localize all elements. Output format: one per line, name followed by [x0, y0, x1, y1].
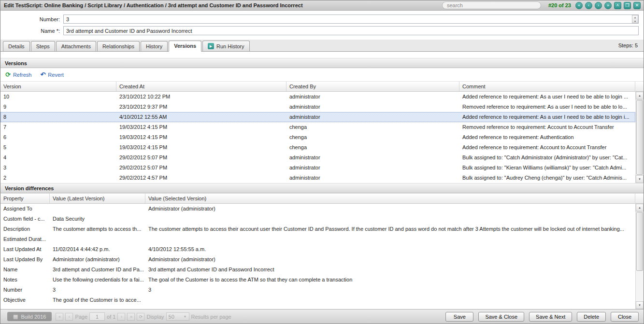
revert-button[interactable]: ↶ Revert	[40, 71, 63, 78]
form-area: Number: ▲ ▼ Name *:	[0, 11, 644, 40]
cell-property: Number	[0, 285, 50, 295]
column-header-property[interactable]: Property	[0, 194, 50, 203]
refresh-button[interactable]: ⟳ Refresh	[5, 71, 31, 78]
column-header-version[interactable]: Version	[0, 82, 116, 91]
version-row[interactable]: 2 29/02/2012 4:57 PM administrator Bulk …	[0, 173, 635, 183]
diff-row-last-updated-at[interactable]: Last Updated At 11/02/2014 4:44:42 p.m. …	[0, 244, 635, 254]
edit-testscript-window: Edit TestScript: Online Banking / Script…	[0, 0, 644, 324]
version-row[interactable]: 3 29/02/2012 5:07 PM administrator Bulk …	[0, 163, 635, 173]
cell-property: Notes	[0, 275, 50, 285]
restore-button[interactable]: ❐	[624, 2, 631, 9]
tab-versions[interactable]: Versions	[169, 41, 201, 52]
version-row[interactable]: 9 23/10/2012 9:37 PM administrator Remov…	[0, 102, 635, 112]
scroll-down-icon[interactable]: ▼	[636, 175, 644, 183]
build-badge: ▦ Build 2016	[7, 312, 52, 321]
cell-selected	[145, 214, 635, 224]
scroll-down-icon[interactable]: ▼	[636, 301, 644, 309]
number-spinner[interactable]: ▲ ▼	[632, 15, 638, 23]
tab-run-history-label: Run History	[216, 43, 244, 49]
refresh-label: Refresh	[13, 72, 32, 78]
header-spacer	[635, 82, 644, 91]
diff-row-estimated-duration[interactable]: Estimated Durat...	[0, 234, 635, 244]
tabstrip: Details Steps Attachments Relationships …	[0, 40, 644, 52]
cell-version: 9	[0, 102, 116, 112]
nav-last-button[interactable]: »	[604, 2, 612, 9]
revert-icon: ↶	[40, 71, 45, 78]
version-row[interactable]: 7 19/03/2012 4:15 PM chenga Removed refe…	[0, 122, 635, 132]
scroll-up-icon[interactable]: ▲	[636, 204, 644, 211]
column-header-comment[interactable]: Comment	[459, 82, 635, 91]
tab-details[interactable]: Details	[3, 41, 30, 51]
save-and-close-button[interactable]: Save & Close	[478, 312, 524, 322]
cell-latest	[50, 234, 145, 244]
number-input[interactable]	[63, 14, 639, 24]
cell-version: 8	[0, 112, 116, 122]
pager-next-button[interactable]: ›	[117, 313, 125, 321]
tab-history[interactable]: History	[141, 41, 168, 51]
diff-row-name[interactable]: Name 3rd attempt and Customer ID and Pa.…	[0, 265, 635, 275]
diff-row-custom-field[interactable]: Custom field - c... Data Security	[0, 214, 635, 224]
versions-section-header: Versions	[0, 58, 644, 68]
diff-row-notes[interactable]: Notes Use the following credentials for …	[0, 275, 635, 285]
tab-run-history[interactable]: ▶Run History	[202, 41, 249, 51]
tab-details-label: Details	[8, 43, 25, 49]
page-input[interactable]	[89, 312, 105, 321]
name-input[interactable]	[63, 26, 639, 35]
cell-latest: Administrator (administrator)	[50, 254, 145, 265]
cell-latest: 3rd attempt and Customer ID and Pa...	[50, 265, 145, 275]
diff-row-number[interactable]: Number 3 3	[0, 285, 635, 295]
cell-version: 4	[0, 153, 116, 163]
page-size-select[interactable]: 50 ▼	[166, 312, 189, 321]
tab-attachments[interactable]: Attachments	[56, 41, 96, 51]
restore-icon: ❐	[625, 3, 629, 8]
version-row[interactable]: 6 19/03/2012 4:15 PM chenga Added refere…	[0, 132, 635, 142]
collapse-button[interactable]: ˄	[614, 2, 621, 9]
diff-row-last-updated-by[interactable]: Last Updated By Administrator (administr…	[0, 254, 635, 265]
tab-steps[interactable]: Steps	[31, 41, 55, 51]
cell-created-at: 19/03/2012 4:15 PM	[116, 122, 286, 132]
version-row-selected[interactable]: 8 4/10/2012 12:55 AM administrator Added…	[0, 112, 635, 122]
cell-property: Estimated Durat...	[0, 234, 50, 244]
pager-last-button[interactable]: »	[127, 313, 135, 321]
refresh-icon: ⟳	[5, 71, 11, 78]
column-header-created-at[interactable]: Created At	[116, 82, 286, 91]
column-header-created-by[interactable]: Created By	[286, 82, 459, 91]
search-input[interactable]	[442, 1, 541, 9]
version-row[interactable]: 4 29/02/2012 5:07 PM administrator Bulk …	[0, 153, 635, 163]
differences-scrollbar[interactable]: ▲ ▼	[635, 204, 644, 309]
scrollbar-thumb[interactable]	[636, 212, 643, 271]
cell-latest: 11/02/2014 4:44:42 p.m.	[50, 244, 145, 254]
scrollbar-thumb[interactable]	[636, 100, 643, 175]
cell-property: Last Updated At	[0, 244, 50, 254]
column-header-latest[interactable]: Value (Latest Version)	[50, 194, 145, 203]
pager-refresh-icon[interactable]: ⟳	[137, 313, 144, 321]
version-row[interactable]: 5 19/03/2012 4:15 PM chenga Added refere…	[0, 142, 635, 153]
delete-button[interactable]: Delete	[577, 312, 606, 322]
nav-first-button[interactable]: «	[575, 2, 583, 9]
pager-prev-button[interactable]: ‹	[65, 313, 73, 321]
diff-row-assigned-to[interactable]: Assigned To Administrator (administrator…	[0, 204, 635, 214]
scroll-up-icon[interactable]: ▲	[636, 92, 644, 99]
spinner-down-icon[interactable]: ▼	[632, 19, 638, 23]
cell-property: Custom field - c...	[0, 214, 50, 224]
versions-scrollbar[interactable]: ▲ ▼	[635, 92, 644, 183]
tab-relationships[interactable]: Relationships	[97, 41, 140, 51]
spinner-up-icon[interactable]: ▲	[632, 15, 638, 19]
cell-comment: Bulk assigned to: "Audrey Cheng (chenga)…	[459, 173, 635, 183]
cell-created-at: 19/03/2012 4:15 PM	[116, 142, 286, 153]
version-row[interactable]: 10 23/10/2012 10:22 PM administrator Add…	[0, 92, 635, 102]
close-button-titlebar[interactable]: ✕	[633, 2, 641, 9]
pager-first-button[interactable]: «	[56, 313, 63, 321]
diff-row-description[interactable]: Description The customer attempts to acc…	[0, 224, 635, 234]
cell-created-by: administrator	[286, 92, 459, 102]
close-button[interactable]: Close	[611, 312, 639, 322]
diff-row-objective[interactable]: Objective The goal of the Customer is to…	[0, 295, 635, 305]
cell-comment: Added reference to requirement: Account …	[459, 142, 635, 153]
nav-next-button[interactable]: ›	[595, 2, 602, 9]
save-and-next-button[interactable]: Save & Next	[529, 312, 572, 322]
nav-prev-button[interactable]: ‹	[585, 2, 592, 9]
save-button[interactable]: Save	[445, 312, 473, 322]
cell-version: 2	[0, 173, 116, 183]
column-header-selected[interactable]: Value (Selected Version)	[145, 194, 635, 203]
scrollbar-track[interactable]	[636, 271, 644, 301]
